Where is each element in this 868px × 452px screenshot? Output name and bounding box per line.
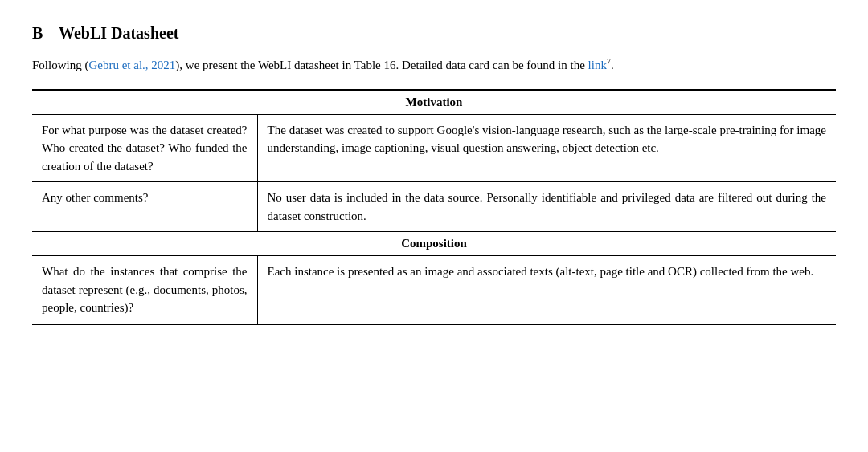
table-cell-right: No user data is included in the data sou… — [257, 182, 836, 232]
table-cell-right: Each instance is presented as an image a… — [257, 256, 836, 324]
link-footnote[interactable]: link — [588, 59, 607, 71]
intro-text-after: ), we present the WebLI datasheet in Tab… — [175, 59, 588, 71]
section-header-1: Composition — [32, 232, 836, 256]
intro-paragraph: Following (Gebru et al., 2021), we prese… — [32, 55, 836, 75]
table-row: What do the instances that comprise the … — [32, 256, 836, 324]
section-heading: B WebLI Datasheet — [32, 24, 836, 43]
table-cell-left: For what purpose was the dataset created… — [32, 114, 257, 182]
table-row: Any other comments?No user data is inclu… — [32, 182, 836, 232]
intro-text-end: . — [611, 59, 614, 71]
table-row: For what purpose was the dataset created… — [32, 114, 836, 182]
section-label: B — [32, 24, 43, 42]
table-cell-left: Any other comments? — [32, 182, 257, 232]
section-title: WebLI Datasheet — [59, 24, 178, 42]
section-header-0: Motivation — [32, 90, 836, 115]
table-cell-left: What do the instances that comprise the … — [32, 256, 257, 324]
intro-text-before: Following ( — [32, 59, 88, 71]
datasheet-table: MotivationFor what purpose was the datas… — [32, 89, 836, 325]
table-cell-right: The dataset was created to support Googl… — [257, 114, 836, 182]
gebru-link[interactable]: Gebru et al., 2021 — [88, 59, 175, 71]
